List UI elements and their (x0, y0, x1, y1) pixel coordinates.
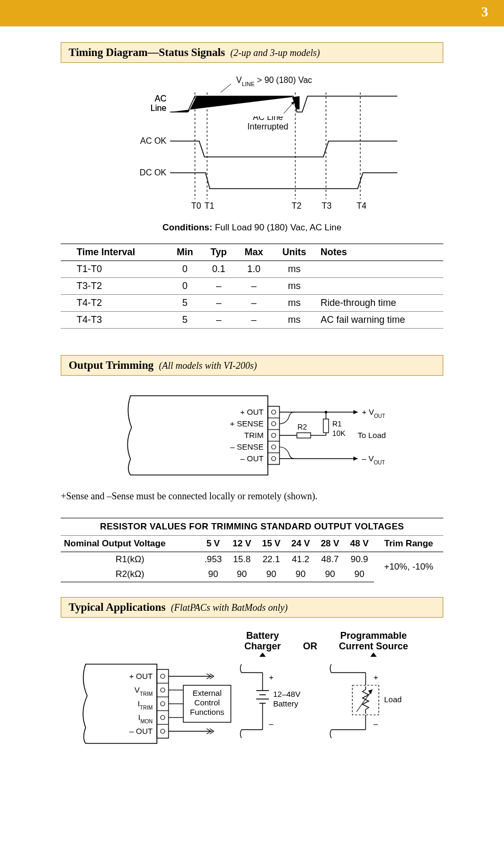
r2-v0: 90 (199, 567, 227, 582)
ext2: Control (194, 698, 220, 707)
batt-v: 12–48V (273, 690, 301, 698)
load-label: Load (384, 695, 402, 704)
plus-batt: + (269, 673, 274, 682)
table-cell: 5 (168, 312, 202, 329)
svg-point-40 (161, 674, 165, 678)
th-notes: Notes (316, 244, 443, 261)
svg-rect-27 (297, 433, 311, 438)
th-nominal: Nominal Output Voltage (61, 536, 199, 552)
col-trimrange: Trim Range (374, 536, 443, 552)
table-cell: Ride-through time (316, 295, 443, 312)
page-content: Timing Diagram—Status Signals (2-up and … (0, 26, 504, 780)
t0-label: T0 (191, 201, 201, 210)
conditions-label: Conditions: (163, 222, 212, 232)
table-cell (316, 261, 443, 278)
table-cell: – (236, 295, 273, 312)
top-band: 3 (0, 0, 504, 26)
svg-rect-30 (323, 419, 329, 433)
col-15v: 15 V (257, 536, 286, 552)
outp-label: + OUT (129, 672, 153, 681)
svg-point-21 (272, 457, 276, 461)
section-subtitle: (All models with VI-200s) (159, 360, 257, 371)
svg-point-42 (161, 702, 165, 706)
vout-minus: – VOUT (362, 454, 385, 465)
ext3: Functions (190, 707, 224, 716)
r2-row-label: R2(kΩ) (61, 567, 199, 582)
table-cell: – (202, 295, 236, 312)
trim-table: RESISTOR VALUES FOR TRIMMING STANDARD OU… (61, 518, 443, 582)
table-cell: T1-T0 (61, 261, 168, 278)
trim-label: TRIM (244, 431, 264, 440)
section-title: Typical Applications (69, 601, 165, 613)
outn-label: – OUT (129, 726, 153, 735)
svg-marker-25 (353, 457, 358, 461)
svg-point-41 (161, 688, 165, 692)
r1-v3: 41.2 (286, 552, 315, 567)
table-cell: 0 (168, 278, 202, 295)
table-cell: T4-T3 (61, 312, 168, 329)
sense-minus-label: – SENSE (230, 442, 264, 451)
th-interval: Time Interval (61, 244, 168, 261)
table-cell: ms (272, 261, 316, 278)
out-plus-label: + OUT (240, 407, 264, 416)
svg-rect-12 (268, 406, 279, 464)
r2-v3: 90 (286, 567, 315, 582)
sense-plus-label: + SENSE (230, 419, 264, 428)
applications-diagram: BatteryCharger OR ProgrammableCurrent So… (61, 627, 443, 749)
col-24v: 24 V (286, 536, 315, 552)
table-cell: 0.1 (202, 261, 236, 278)
svg-point-19 (272, 433, 276, 437)
r1-row-label: R1(kΩ) (61, 552, 199, 567)
table-cell: 0 (168, 261, 202, 278)
table-cell: ms (272, 295, 316, 312)
section-header-timing: Timing Diagram—Status Signals (2-up and … (61, 42, 443, 63)
section-title: Timing Diagram—Status Signals (69, 46, 225, 59)
table-cell: T3-T2 (61, 278, 168, 295)
table-cell: – (202, 312, 236, 329)
out-minus-label: – OUT (240, 454, 264, 463)
r2-label: R2 (297, 423, 307, 431)
t1-label: T1 (204, 201, 214, 210)
table-cell (316, 278, 443, 295)
svg-rect-35 (157, 669, 169, 738)
r1-v0: .953 (199, 552, 227, 567)
table-cell: AC fail warning time (316, 312, 443, 329)
svg-marker-23 (353, 410, 358, 414)
section-subtitle: (2-up and 3-up models) (230, 48, 320, 58)
svg-point-20 (272, 445, 276, 449)
th-units: Units (272, 244, 316, 261)
svg-marker-34 (370, 653, 377, 657)
r1-v4: 48.7 (315, 552, 345, 567)
r2-v1: 90 (227, 567, 257, 582)
svg-point-32 (325, 411, 328, 414)
section-header-trimming: Output Trimming (All models with VI-200s… (61, 355, 443, 376)
r1-label: R1 (332, 420, 342, 428)
conditions-line: Conditions: Full Load 90 (180) Vac, AC L… (61, 222, 443, 233)
col-28v: 28 V (315, 536, 345, 552)
trimming-diagram: + OUT + SENSE TRIM – SENSE – OUT + VOUT … (61, 385, 443, 480)
batt-label: Battery (273, 699, 298, 708)
r1-value: 10K (332, 429, 346, 437)
t4-label: T4 (357, 201, 367, 210)
trim-range: +10%, -10% (374, 552, 443, 582)
page-number: 3 (481, 4, 488, 20)
r2-v2: 90 (257, 567, 286, 582)
r1-v5: 90.9 (344, 552, 374, 567)
trim-table-title: RESISTOR VALUES FOR TRIMMING STANDARD OU… (61, 518, 443, 536)
or-label: OR (303, 641, 318, 651)
table-cell: – (236, 312, 273, 329)
ext1: External (192, 688, 221, 697)
col-5v: 5 V (199, 536, 227, 552)
th-min: Min (168, 244, 202, 261)
section-header-apps: Typical Applications (FlatPACs with BatM… (61, 597, 443, 618)
svg-point-18 (272, 422, 276, 426)
th-typ: Typ (202, 244, 236, 261)
to-load: To Load (358, 431, 386, 440)
svg-marker-33 (259, 653, 266, 657)
timing-table: Time Interval Min Typ Max Units Notes T1… (61, 244, 443, 329)
table-cell: ms (272, 278, 316, 295)
section-title: Output Trimming (69, 359, 154, 371)
section-subtitle: (FlatPACs with BatMods only) (171, 602, 287, 613)
svg-point-43 (161, 715, 165, 720)
minus-batt: – (269, 719, 274, 728)
